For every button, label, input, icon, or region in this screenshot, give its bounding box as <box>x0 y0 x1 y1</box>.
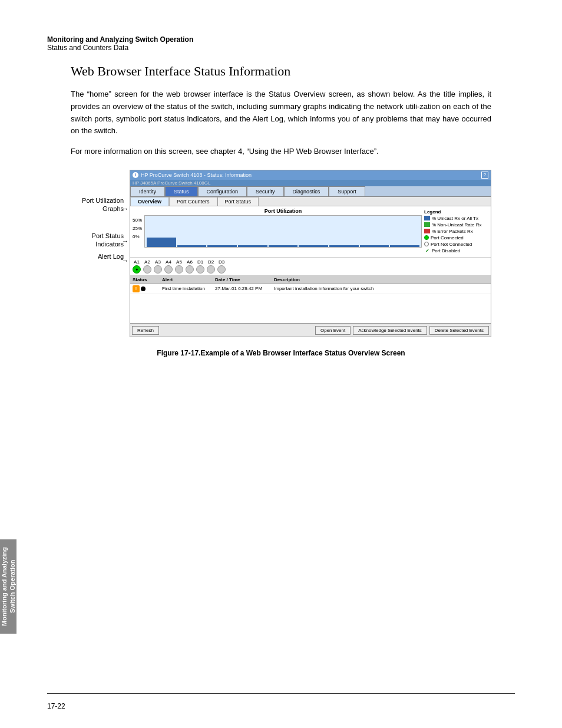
port-a3-circle <box>154 265 162 274</box>
alert-name-cell: First time installation <box>162 286 215 291</box>
nav-tab-support[interactable]: Support <box>329 186 365 196</box>
port-status-label: Port Status Indicators <box>71 232 124 249</box>
y-label-50: 50% <box>133 218 142 223</box>
alert-log-footer: Refresh Open Event Acknowledge Selected … <box>130 324 491 337</box>
side-tab: Monitoring and Analyzing Switch Operatio… <box>0 539 16 634</box>
footer-spacer <box>161 326 313 335</box>
legend-nonunicast-color <box>424 222 430 227</box>
sub-tab-portcounters[interactable]: Port Counters <box>169 197 217 206</box>
port-d3-indicator: D3 <box>217 259 226 274</box>
figure-caption: Figure 17-17.Example of a Web Browser In… <box>71 349 491 357</box>
alert-description-cell: Important installation information for y… <box>274 286 488 291</box>
legend-notconnected: Port Not Connected <box>424 242 487 247</box>
legend-error-color <box>424 229 430 233</box>
port-d1-indicator: D1 <box>196 259 204 274</box>
port-a6-label: A6 <box>187 259 193 265</box>
port-a4-indicator: A4 <box>164 259 173 274</box>
browser-title: HP ProCurve Switch 4108 - Status: Inform… <box>141 172 252 178</box>
legend-unicast: % Unicast Rx or All Tx <box>424 216 487 221</box>
body-text-1: The “home” screen for the web browser in… <box>71 88 491 137</box>
nav-tab-status[interactable]: Status <box>165 186 198 196</box>
port-d3-label: D3 <box>219 259 224 265</box>
bar-a5 <box>269 245 298 247</box>
side-tab-text: Monitoring and Analyzing Switch Operatio… <box>0 545 16 628</box>
acknowledge-button[interactable]: Acknowledge Selected Events <box>353 326 427 335</box>
port-a5-label: A5 <box>176 259 182 265</box>
port-a2-label: A2 <box>144 259 150 265</box>
bar-a2 <box>177 245 207 247</box>
legend-disabled-text: Port Disabled <box>432 248 460 253</box>
graph-section: 50% 25% 0% Port Utilization <box>130 206 491 258</box>
port-a2-indicator: A2 <box>143 259 151 274</box>
sub-tab-portstatus[interactable]: Port Status <box>217 197 259 206</box>
warning-icon: ! <box>133 285 140 292</box>
alert-log-header: Status Alert Date / Time Description <box>130 276 491 284</box>
header-status: Status <box>133 277 162 282</box>
port-a2-circle <box>143 265 151 274</box>
graph-canvas <box>144 215 422 248</box>
port-d2-circle <box>207 265 215 274</box>
legend-unicast-text: % Unicast Rx or All Tx <box>432 216 478 221</box>
main-nav: Identity Status Configuration Security D… <box>130 186 491 197</box>
port-a6-circle <box>186 265 194 274</box>
bar-a4 <box>238 245 267 247</box>
titlebar-left: i HP ProCurve Switch 4108 - Status: Info… <box>133 172 252 178</box>
y-label-0: 0% <box>133 234 140 239</box>
open-event-button[interactable]: Open Event <box>315 326 351 335</box>
alert-log-label: Alert Log <box>71 252 124 261</box>
port-utilization-label: Port Utilization Graphs <box>71 196 124 213</box>
nav-tab-configuration[interactable]: Configuration <box>198 186 247 196</box>
graph-legend: Legend % Unicast Rx or All Tx % Non-Unic… <box>422 208 490 256</box>
arrow-alertlog: → <box>122 257 128 264</box>
port-a4-circle <box>164 265 173 274</box>
header-alert: Alert <box>162 277 215 282</box>
main-content: Web Browser Interface Status Information… <box>0 58 562 381</box>
bar-a3 <box>207 245 237 247</box>
screenshot-area: Port Utilization Graphs Port Status Indi… <box>71 170 491 337</box>
screenshot-labels: Port Utilization Graphs Port Status Indi… <box>71 170 130 337</box>
port-a5-circle <box>175 265 183 274</box>
sub-nav: Overview Port Counters Port Status <box>130 197 491 206</box>
section-title: Web Browser Interface Status Information <box>71 64 491 79</box>
port-a1-indicator: A1 ● <box>133 259 141 274</box>
footer-line <box>47 693 515 694</box>
page-number: 17-22 <box>47 702 65 710</box>
bar-a6 <box>299 245 328 247</box>
sub-tab-overview[interactable]: Overview <box>130 197 169 206</box>
nav-tab-identity[interactable]: Identity <box>130 186 165 196</box>
arrow-utilization: → <box>122 205 128 212</box>
alert-log-section: Status Alert Date / Time Description ! F… <box>130 276 491 337</box>
port-d2-indicator: D2 <box>207 259 215 274</box>
alert-dot-icon <box>141 286 146 291</box>
legend-connected: Port Connected <box>424 235 487 241</box>
nav-tab-security[interactable]: Security <box>247 186 284 196</box>
delete-button[interactable]: Delete Selected Events <box>429 326 489 335</box>
alert-datetime-cell: 27-Mar-01 6:29:42 PM <box>215 286 274 291</box>
browser-subtitle: HP J4865A ProCurve Switch 4108GL <box>130 180 491 186</box>
legend-nonunicast-text: % Non-Unicast Rate Rx <box>432 222 481 228</box>
legend-error: % Error Packets Rx <box>424 229 487 234</box>
port-a3-label: A3 <box>155 259 161 265</box>
help-button[interactable]: ? <box>481 172 488 179</box>
legend-notconnected-text: Port Not Connected <box>431 242 472 247</box>
header-datetime: Date / Time <box>215 277 274 282</box>
port-a6-indicator: A6 <box>186 259 194 274</box>
legend-connected-icon <box>424 235 429 240</box>
port-indicators-row: A1 ● A2 A3 A4 <box>130 258 491 276</box>
port-d1-label: D1 <box>197 259 203 265</box>
alert-status-cell: ! <box>133 285 162 292</box>
browser-window: i HP ProCurve Switch 4108 - Status: Info… <box>130 170 491 337</box>
alert-row-1: ! First time installation 27-Mar-01 6:29… <box>130 284 491 294</box>
nav-tab-diagnostics[interactable]: Diagnostics <box>284 186 329 196</box>
refresh-button[interactable]: Refresh <box>132 326 159 335</box>
header-description: Description <box>274 277 488 282</box>
legend-title: Legend <box>424 209 487 215</box>
legend-nonunicast: % Non-Unicast Rate Rx <box>424 222 487 228</box>
port-a1-circle: ● <box>133 265 141 274</box>
graph-title: Port Utilization <box>144 208 422 214</box>
body-text-2: For more information on this screen, see… <box>71 146 491 158</box>
browser-titlebar: i HP ProCurve Switch 4108 - Status: Info… <box>130 170 491 180</box>
legend-notconnected-icon <box>424 242 429 246</box>
legend-disabled: ✓ Port Disabled <box>424 248 487 253</box>
browser-icon: i <box>133 172 138 178</box>
